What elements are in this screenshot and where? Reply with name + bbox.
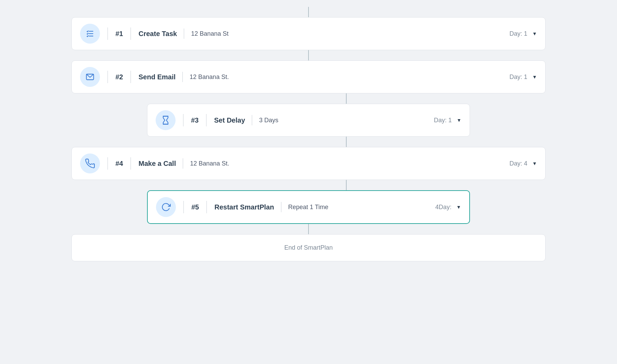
task-icon [85, 29, 95, 38]
dropdown-arrow-2[interactable]: ▼ [532, 74, 537, 80]
step-subtitle-5: Repeat 1 Time [288, 204, 328, 211]
divider-1a [108, 27, 108, 40]
divider-1b [131, 27, 131, 40]
subtitle-div-5 [281, 202, 281, 212]
connector-3-4 [346, 137, 347, 147]
end-row: End of SmartPlan [71, 234, 546, 261]
connector-5-end [308, 224, 309, 234]
step-subtitle-4: 12 Banana St. [190, 160, 229, 167]
workflow-container: #1 Create Task 12 Banana St Day: 1 ▼ #2 … [71, 7, 546, 261]
step-day-3: Day: 1 [434, 117, 452, 124]
step-card-2[interactable]: #2 Send Email 12 Banana St. Day: 1 ▼ [71, 60, 546, 93]
subtitle-div-1 [184, 29, 184, 39]
step-day-5: 4Day: [435, 204, 451, 211]
step-icon-4 [80, 153, 100, 173]
step-icon-1 [80, 24, 100, 44]
email-icon [85, 72, 95, 82]
step-row-3: #3 Set Delay 3 Days Day: 1 ▼ [71, 104, 546, 137]
subtitle-div-2 [182, 72, 183, 82]
end-card: End of SmartPlan [71, 234, 546, 261]
step-icon-2 [80, 67, 100, 87]
divider-4a [108, 157, 108, 170]
divider-5b [206, 201, 207, 213]
phone-icon [85, 159, 95, 168]
step-number-2: #2 [115, 73, 123, 81]
step-title-3: Set Delay [214, 116, 245, 124]
divider-2b [131, 71, 131, 83]
step-title-1: Create Task [138, 30, 177, 38]
dropdown-arrow-3[interactable]: ▼ [457, 117, 461, 123]
connector-2-3-wrapper [71, 93, 546, 104]
step-number-3: #3 [191, 116, 199, 124]
step-subtitle-1: 12 Banana St [191, 30, 228, 37]
connector-1-2 [308, 50, 309, 60]
step-number-5: #5 [191, 203, 199, 211]
step-row-1: #1 Create Task 12 Banana St Day: 1 ▼ [71, 17, 546, 50]
restart-icon [161, 202, 171, 212]
step-day-4: Day: 4 [509, 160, 527, 167]
step-row-2: #2 Send Email 12 Banana St. Day: 1 ▼ [71, 60, 546, 93]
connector-2-3 [346, 93, 347, 104]
step-title-4: Make a Call [138, 160, 176, 168]
subtitle-div-4 [183, 158, 183, 169]
subtitle-div-3 [252, 115, 252, 125]
step-row-5: #5 Restart SmartPlan Repeat 1 Time 4Day:… [71, 190, 546, 224]
step-card-1[interactable]: #1 Create Task 12 Banana St Day: 1 ▼ [71, 17, 546, 50]
step-subtitle-2: 12 Banana St. [190, 73, 229, 81]
step-icon-5 [156, 197, 176, 217]
step-number-1: #1 [115, 30, 123, 38]
divider-4b [131, 157, 131, 170]
step-number-4: #4 [115, 160, 123, 168]
connector-3-4-wrapper [71, 137, 546, 147]
divider-3a [183, 114, 183, 126]
top-connector [308, 7, 309, 17]
step-title-2: Send Email [138, 73, 176, 81]
dropdown-arrow-5[interactable]: ▼ [456, 204, 461, 210]
connector-4-5-wrapper [71, 180, 546, 190]
step-card-4[interactable]: #4 Make a Call 12 Banana St. Day: 4 ▼ [71, 147, 546, 180]
step-title-5: Restart SmartPlan [214, 203, 274, 211]
divider-3b [206, 114, 206, 126]
step-day-1: Day: 1 [509, 30, 527, 37]
divider-5a [183, 201, 184, 213]
hourglass-icon [161, 115, 170, 125]
dropdown-arrow-4[interactable]: ▼ [532, 161, 537, 166]
step-row-4: #4 Make a Call 12 Banana St. Day: 4 ▼ [71, 147, 546, 180]
end-label: End of SmartPlan [284, 244, 333, 251]
step-icon-3 [156, 110, 176, 130]
step-card-3[interactable]: #3 Set Delay 3 Days Day: 1 ▼ [147, 104, 470, 137]
connector-4-5 [346, 180, 347, 190]
step-day-2: Day: 1 [509, 73, 527, 81]
step-card-5[interactable]: #5 Restart SmartPlan Repeat 1 Time 4Day:… [147, 190, 470, 224]
divider-2a [108, 71, 108, 83]
step-subtitle-3: 3 Days [259, 117, 278, 124]
dropdown-arrow-1[interactable]: ▼ [532, 31, 537, 36]
